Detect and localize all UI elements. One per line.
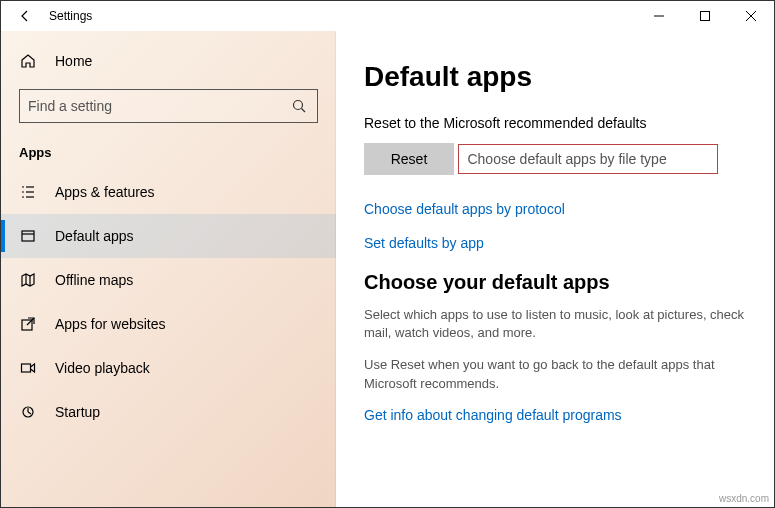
nav-default-apps[interactable]: Default apps	[1, 214, 336, 258]
search-icon	[289, 98, 309, 114]
main-content: Default apps Reset to the Microsoft reco…	[336, 31, 774, 507]
reset-description: Reset to the Microsoft recommended defau…	[364, 115, 746, 131]
nav-startup[interactable]: Startup	[1, 390, 336, 434]
nav-apps-websites[interactable]: Apps for websites	[1, 302, 336, 346]
defaults-icon	[19, 227, 37, 245]
search-input[interactable]	[28, 98, 289, 114]
nav-label: Startup	[55, 404, 100, 420]
page-heading: Default apps	[364, 61, 746, 93]
reset-button[interactable]: Reset	[364, 143, 454, 175]
link-choose-by-protocol[interactable]: Choose default apps by protocol	[364, 201, 746, 217]
sidebar: Home Apps Apps & features Default apps	[1, 31, 336, 507]
map-icon	[19, 271, 37, 289]
subheading: Choose your default apps	[364, 271, 746, 294]
svg-rect-1	[701, 12, 710, 21]
home-label: Home	[55, 53, 92, 69]
link-get-info[interactable]: Get info about changing default programs	[364, 407, 746, 423]
description-2: Use Reset when you want to go back to th…	[364, 356, 746, 392]
home-nav[interactable]: Home	[1, 41, 336, 81]
svg-line-5	[302, 109, 306, 113]
nav-label: Offline maps	[55, 272, 133, 288]
video-icon	[19, 359, 37, 377]
minimize-button[interactable]	[636, 1, 682, 31]
svg-rect-12	[22, 231, 34, 241]
svg-point-4	[294, 101, 303, 110]
link-set-defaults-by-app[interactable]: Set defaults by app	[364, 235, 746, 251]
svg-line-17	[27, 318, 34, 325]
window-title: Settings	[49, 9, 92, 23]
open-icon	[19, 315, 37, 333]
search-box[interactable]	[19, 89, 318, 123]
link-choose-by-filetype[interactable]: Choose default apps by file type	[458, 144, 718, 174]
nav-label: Apps & features	[55, 184, 155, 200]
nav-label: Video playback	[55, 360, 150, 376]
maximize-button[interactable]	[682, 1, 728, 31]
nav-video-playback[interactable]: Video playback	[1, 346, 336, 390]
watermark: wsxdn.com	[719, 493, 769, 504]
back-button[interactable]	[9, 8, 41, 24]
nav-label: Default apps	[55, 228, 134, 244]
close-button[interactable]	[728, 1, 774, 31]
nav-offline-maps[interactable]: Offline maps	[1, 258, 336, 302]
startup-icon	[19, 403, 37, 421]
list-icon	[19, 183, 37, 201]
home-icon	[19, 53, 37, 69]
section-title: Apps	[1, 137, 336, 170]
nav-apps-features[interactable]: Apps & features	[1, 170, 336, 214]
nav-label: Apps for websites	[55, 316, 166, 332]
description-1: Select which apps to use to listen to mu…	[364, 306, 746, 342]
svg-rect-18	[22, 364, 31, 372]
svg-line-21	[28, 412, 31, 414]
